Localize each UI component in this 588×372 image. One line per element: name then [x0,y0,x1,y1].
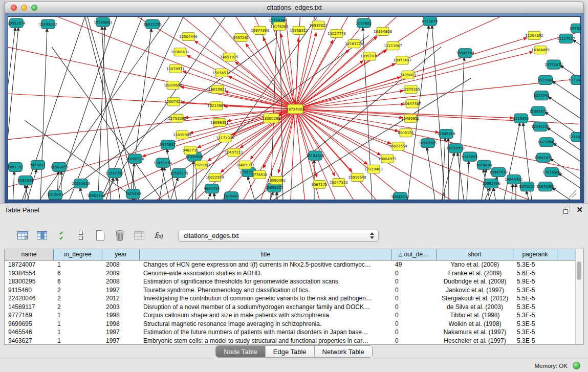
graph-node[interactable]: 8979117 [570,24,580,33]
graph-node[interactable]: 9567175 [311,181,327,189]
graph-node[interactable]: 10945232 [391,192,409,200]
graph-node[interactable]: 11127527 [557,34,575,43]
delete-table-button[interactable] [132,228,146,243]
graph-node[interactable]: 16944422 [505,174,523,184]
graph-node[interactable]: 13505135 [170,168,188,178]
graph-node[interactable]: 15056512 [212,69,231,77]
graph-node[interactable]: 16019921 [208,85,227,93]
graph-node[interactable]: 12095872 [529,106,548,116]
graph-node[interactable]: 15892971 [534,153,553,162]
graph-node[interactable]: 16247333 [330,179,348,187]
graph-node[interactable]: 16739919 [446,144,465,153]
graph-node[interactable]: 10366631 [171,48,189,56]
graph-node[interactable]: 10084975 [378,155,397,163]
table-selector-dropdown[interactable]: citations_edges.txt [178,230,379,242]
graph-node[interactable]: 11078971 [166,64,185,73]
graph-node[interactable]: 7625469 [125,189,141,199]
graph-node[interactable]: 11568859 [50,162,69,171]
graph-node[interactable]: 12219403 [364,165,383,173]
column-header-out-de-[interactable]: △out_de… [391,249,437,260]
graph-node[interactable]: 20553574 [8,18,26,28]
graph-node[interactable]: 18724007 [286,104,304,114]
table-settings-button[interactable]: ⚙ [15,228,30,243]
graph-node[interactable]: 12213967 [384,42,402,50]
graph-node[interactable]: 13942757 [105,168,124,178]
column-header-year[interactable]: year [102,249,140,260]
graph-node[interactable]: 11675303 [536,182,555,191]
table-row[interactable]: 1872400712008Changes of HCN gene express… [5,260,576,269]
memory-ok-indicator[interactable] [573,362,580,369]
table-row[interactable]: 911546021997Tourette syndrome. Phenomeno… [5,286,576,295]
column-header-pagerank[interactable]: pagerank [513,249,557,260]
delete-columns-button[interactable] [113,228,127,243]
graph-node[interactable]: 7619442 [223,192,239,200]
graph-node[interactable]: 9391549 [17,176,33,185]
graph-node[interactable]: 10952486 [482,179,500,188]
graph-node[interactable]: 16154808 [374,27,392,35]
window-titlebar[interactable]: citations_edges.txt [5,2,584,13]
graph-node[interactable]: 20553819 [72,179,90,188]
graph-node[interactable]: 15958312 [290,26,308,34]
graph-node[interactable]: 2087682 [356,18,372,28]
scrollbar-thumb[interactable] [577,261,581,280]
table-row[interactable]: 946554611997Estimation of the future num… [5,328,576,337]
graph-node[interactable]: 15919548 [348,173,366,181]
column-header-short[interactable]: short [437,249,513,260]
graph-node[interactable]: 16176265 [270,22,289,30]
column-header-in-degree[interactable]: in_degree [54,249,102,260]
graph-node[interactable]: 11027778 [328,29,346,37]
graph-node[interactable]: 5015953 [47,190,63,200]
graph-node[interactable]: 10647487 [403,100,421,108]
graph-node[interactable]: 15751074 [545,60,563,69]
graph-node[interactable]: 10969985 [419,139,437,148]
graph-node[interactable]: 11549469 [437,129,455,138]
graph-node[interactable]: 10947439 [489,167,508,177]
graph-node[interactable]: 12444131 [531,122,550,131]
graph-node[interactable]: 8813074 [422,17,438,26]
graph-node[interactable]: 14651925 [220,53,238,61]
graph-node[interactable]: 20206576 [126,154,144,163]
graph-node[interactable]: 12753090 [168,114,186,122]
graph-node[interactable]: 11839989 [173,130,191,139]
graph-node[interactable]: 10213983 [207,102,226,110]
graph-node[interactable]: 16489393 [236,161,254,169]
graph-node[interactable]: 12975185 [402,85,420,93]
table-vertical-scrollbar[interactable] [575,249,583,344]
function-builder-button[interactable]: f(x) [151,228,166,243]
graph-node[interactable]: 10974393 [251,26,269,34]
show-columns-button[interactable] [35,228,49,243]
graph-node[interactable]: 7481392 [8,162,24,171]
graph-node[interactable]: 12172010 [216,134,234,142]
graph-node[interactable]: 9694754 [204,184,220,193]
graph-node[interactable]: 9450881 [30,160,46,169]
table-row[interactable]: 1456911722003Disruption of a novel membe… [5,303,576,312]
graph-node[interactable]: 9074494 [476,160,492,169]
column-header-title[interactable]: title [140,249,391,260]
graph-node[interactable]: 17016504 [542,167,561,177]
graph-node[interactable]: 12734511 [569,75,580,84]
graph-node[interactable]: 9227343 [533,91,549,100]
graph-node[interactable]: 9778516 [251,170,268,179]
graph-node[interactable]: 9245032 [519,182,535,191]
graph-node[interactable]: 18300295 [262,114,280,123]
tab-node-table[interactable]: Node Table [216,346,266,357]
graph-node[interactable]: 8215953 [513,114,529,123]
graph-node[interactable]: 12504446 [179,32,198,40]
graph-node[interactable]: 9529966 [537,75,554,84]
table-row[interactable]: 1938455462009Genome-wide association stu… [5,269,576,278]
graph-node[interactable]: 10590090 [267,176,286,184]
graph-node[interactable]: 9345055 [462,152,477,161]
table-row[interactable]: 969969511998Structural magnetic resonanc… [5,320,576,329]
graph-node[interactable]: 9462735 [182,146,198,155]
graph-node[interactable]: 12007425 [164,98,183,106]
network-view-canvas[interactable]: 2055357415248892195656831602225515724344… [8,16,581,200]
close-panel-button[interactable]: ✕ [576,205,583,214]
graph-node[interactable]: 16020666 [164,81,182,89]
graph-node[interactable]: 16822554 [389,142,407,150]
unselect-all-columns-button[interactable] [74,228,88,243]
table-row[interactable]: 1830029562008Estimation of significance … [5,277,576,286]
float-panel-button[interactable] [563,206,571,214]
graph-node[interactable]: 19565683 [94,17,112,27]
graph-node[interactable]: 10022914 [206,173,224,181]
graph-node[interactable]: 9975887 [160,140,176,149]
